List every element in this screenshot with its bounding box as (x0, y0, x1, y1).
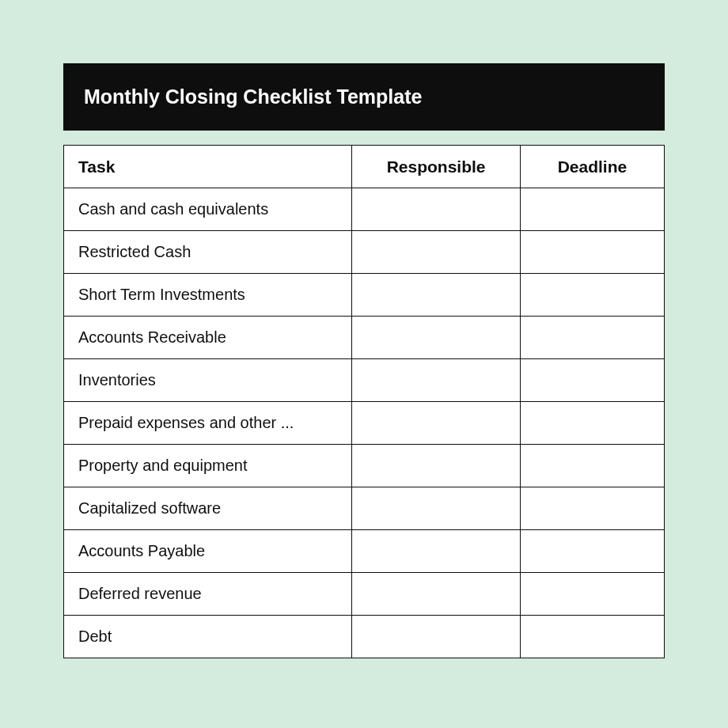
deadline-cell (520, 274, 664, 317)
table-row: Short Term Investments (64, 274, 665, 317)
task-cell: Debt (64, 616, 352, 658)
responsible-cell (352, 573, 521, 616)
responsible-cell (352, 445, 521, 487)
task-cell: Inventories (64, 359, 352, 402)
deadline-cell (520, 188, 664, 231)
table-row: Restricted Cash (64, 231, 665, 274)
deadline-cell (520, 359, 664, 402)
task-cell: Property and equipment (64, 445, 352, 487)
task-cell: Short Term Investments (64, 274, 352, 317)
responsible-cell (352, 359, 521, 402)
deadline-cell (520, 231, 664, 274)
task-cell: Prepaid expenses and other ... (64, 402, 352, 445)
table-header-row: Task Responsible Deadline (64, 146, 665, 188)
document-title: Monthly Closing Checklist Template (84, 85, 422, 108)
task-cell: Cash and cash equivalents (64, 188, 352, 231)
task-cell: Accounts Receivable (64, 317, 352, 359)
deadline-cell (520, 573, 664, 616)
responsible-cell (352, 317, 521, 359)
table-row: Prepaid expenses and other ... (64, 402, 665, 445)
responsible-cell (352, 231, 521, 274)
table-row: Inventories (64, 359, 665, 402)
responsible-cell (352, 274, 521, 317)
document-title-bar: Monthly Closing Checklist Template (63, 63, 665, 131)
checklist-table: Task Responsible Deadline Cash and cash … (63, 145, 665, 658)
responsible-cell (352, 616, 521, 658)
column-header-responsible: Responsible (352, 146, 521, 188)
table-row: Capitalized software (64, 487, 665, 530)
task-cell: Accounts Payable (64, 530, 352, 573)
table-row: Deferred revenue (64, 573, 665, 616)
task-cell: Restricted Cash (64, 231, 352, 274)
table-row: Debt (64, 616, 665, 658)
task-cell: Deferred revenue (64, 573, 352, 616)
deadline-cell (520, 487, 664, 530)
responsible-cell (352, 487, 521, 530)
responsible-cell (352, 530, 521, 573)
deadline-cell (520, 530, 664, 573)
column-header-task: Task (64, 146, 352, 188)
table-row: Accounts Payable (64, 530, 665, 573)
table-body: Cash and cash equivalents Restricted Cas… (64, 188, 665, 658)
table-row: Property and equipment (64, 445, 665, 487)
responsible-cell (352, 402, 521, 445)
deadline-cell (520, 616, 664, 658)
deadline-cell (520, 445, 664, 487)
column-header-deadline: Deadline (520, 146, 664, 188)
table-row: Cash and cash equivalents (64, 188, 665, 231)
deadline-cell (520, 402, 664, 445)
deadline-cell (520, 317, 664, 359)
table-row: Accounts Receivable (64, 317, 665, 359)
checklist-table-wrapper: Task Responsible Deadline Cash and cash … (63, 145, 665, 658)
task-cell: Capitalized software (64, 487, 352, 530)
responsible-cell (352, 188, 521, 231)
